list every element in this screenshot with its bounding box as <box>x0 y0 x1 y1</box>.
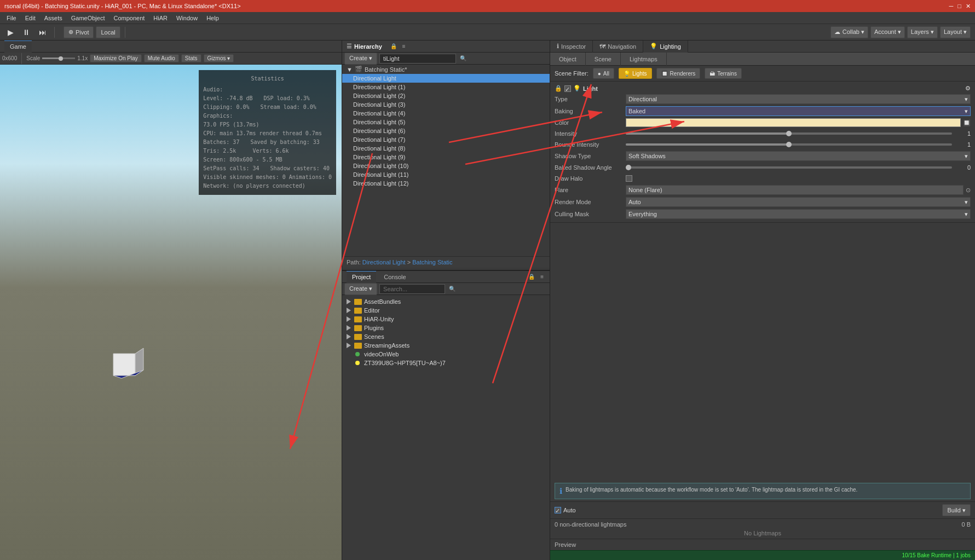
menu-window[interactable]: Window <box>172 14 202 22</box>
expand-assetbundles[interactable] <box>347 299 351 304</box>
project-tab[interactable]: Project <box>347 271 376 283</box>
hierarchy-create-btn[interactable]: Create ▾ <box>344 53 377 65</box>
menu-gameobject[interactable]: GameObject <box>67 14 109 22</box>
menu-component[interactable]: Component <box>109 14 149 22</box>
menu-file[interactable]: File <box>2 14 21 22</box>
mute-btn[interactable]: Mute Audio <box>144 54 179 62</box>
baked-angle-handle[interactable] <box>626 165 631 170</box>
expand-editor[interactable] <box>347 308 351 313</box>
project-lock-icon[interactable]: 🔒 <box>527 274 536 280</box>
step-button[interactable]: ⏭ <box>36 27 50 38</box>
scale-slider[interactable] <box>42 57 75 59</box>
folder-hiar[interactable]: HiAR-Unity <box>344 315 547 324</box>
light-enabled-checkbox[interactable]: ✓ <box>564 85 571 92</box>
close-btn[interactable]: ✕ <box>966 3 971 10</box>
expand-streaming[interactable] <box>347 343 351 348</box>
menu-hiar[interactable]: HiAR <box>149 14 172 22</box>
gizmos-btn[interactable]: Gizmos ▾ <box>204 54 234 62</box>
hierarchy-item-0[interactable]: Directional Light <box>342 74 550 83</box>
local-button[interactable]: Local <box>96 26 120 38</box>
hierarchy-root[interactable]: ▼ 🎬 Batching Static* <box>342 65 550 74</box>
expand-plugins[interactable] <box>347 325 351 331</box>
intensity-handle[interactable] <box>786 131 792 136</box>
game-tab-button[interactable]: Game <box>4 41 32 53</box>
folder-assetbundles[interactable]: AssetBundles <box>344 297 547 306</box>
project-create-btn[interactable]: Create ▾ <box>344 283 377 295</box>
folder-editor[interactable]: Editor <box>344 306 547 315</box>
shadow-dropdown[interactable]: Soft Shadows ▾ <box>626 151 971 161</box>
hierarchy-lock-icon[interactable]: 🔒 <box>389 43 399 49</box>
filter-all-btn[interactable]: ● All <box>593 68 614 79</box>
hierarchy-list[interactable]: ▼ 🎬 Batching Static* Directional Light D… <box>342 65 550 256</box>
inspector-tab[interactable]: ℹ Inspector <box>550 41 593 53</box>
maximize-play-btn[interactable]: Maximize On Play <box>90 54 142 62</box>
hierarchy-menu-icon[interactable]: ≡ <box>401 43 407 49</box>
pivot-button[interactable]: ⊕ Pivot <box>64 26 94 38</box>
hierarchy-search[interactable] <box>379 54 456 63</box>
hierarchy-item-5[interactable]: Directional Light (5) <box>342 118 550 126</box>
baked-angle-slider[interactable] <box>626 166 952 169</box>
path-item-0[interactable]: Directional Light <box>362 259 406 265</box>
maximize-btn[interactable]: □ <box>957 3 961 10</box>
hierarchy-item-1[interactable]: Directional Light (1) <box>342 83 550 91</box>
bounce-handle[interactable] <box>786 142 792 147</box>
build-btn[interactable]: Build ▾ <box>942 504 971 516</box>
project-search[interactable] <box>379 284 445 294</box>
menu-help[interactable]: Help <box>202 14 223 22</box>
folder-scenes[interactable]: Scenes <box>344 332 547 341</box>
collab-dropdown[interactable]: ☁ Collab ▾ <box>830 26 868 38</box>
expand-hiar[interactable] <box>347 316 351 322</box>
layers-dropdown[interactable]: Layers ▾ <box>907 26 938 38</box>
settings-icon[interactable]: ⚙ <box>965 85 971 92</box>
bounce-slider[interactable] <box>626 143 952 146</box>
hierarchy-item-2[interactable]: Directional Light (2) <box>342 91 550 100</box>
flare-target-icon[interactable]: ⊙ <box>966 187 971 194</box>
flare-dropdown[interactable]: None (Flare) <box>626 185 964 195</box>
baking-dropdown[interactable]: Baked ▾ <box>626 106 971 116</box>
stats-fps: 73.0 FPS (13.7ms) <box>203 120 332 129</box>
culling-dropdown[interactable]: Everything ▾ <box>626 209 971 219</box>
play-button[interactable]: ▶ <box>4 27 17 38</box>
expand-scenes[interactable] <box>347 334 351 339</box>
project-menu-icon[interactable]: ≡ <box>539 274 545 280</box>
hierarchy-item-12[interactable]: Directional Light (12) <box>342 179 550 188</box>
filter-lights-btn[interactable]: 💡 Lights <box>619 68 652 79</box>
filter-terrains-btn[interactable]: 🏔 Terrains <box>705 68 742 79</box>
lighting-tab[interactable]: 💡 Lighting <box>643 41 688 53</box>
navigation-tab[interactable]: 🗺 Navigation <box>593 41 643 53</box>
filter-renderers-btn[interactable]: 🔲 Renderers <box>656 68 701 79</box>
color-swatch[interactable] <box>626 118 961 127</box>
folder-streaming[interactable]: StreamingAssets <box>344 341 547 350</box>
color-eyedropper-icon[interactable]: 🔲 <box>963 119 971 126</box>
folder-plugins[interactable]: Plugins <box>344 324 547 332</box>
type-dropdown[interactable]: Directional ▾ <box>626 94 971 104</box>
file-zt399[interactable]: ZT399U8G~HPT95[TU~A8~)7 <box>344 359 547 367</box>
render-mode-dropdown[interactable]: Auto ▾ <box>626 197 971 207</box>
hierarchy-item-4[interactable]: Directional Light (4) <box>342 109 550 118</box>
scale-handle[interactable] <box>59 56 63 61</box>
console-tab[interactable]: Console <box>378 271 411 283</box>
auto-checkbox-area: ✓ Auto <box>555 507 576 513</box>
hierarchy-item-6[interactable]: Directional Light (6) <box>342 126 550 135</box>
minimize-btn[interactable]: ─ <box>949 3 954 10</box>
hierarchy-item-3[interactable]: Directional Light (3) <box>342 100 550 109</box>
pause-button[interactable]: ⏸ <box>19 27 33 38</box>
stats-btn[interactable]: Stats <box>181 54 201 62</box>
menu-edit[interactable]: Edit <box>21 14 40 22</box>
draw-halo-checkbox[interactable] <box>626 175 632 182</box>
hierarchy-item-8[interactable]: Directional Light (8) <box>342 144 550 153</box>
hierarchy-item-10[interactable]: Directional Light (10) <box>342 161 550 170</box>
menu-assets[interactable]: Assets <box>40 14 67 22</box>
hierarchy-item-11[interactable]: Directional Light (11) <box>342 170 550 179</box>
auto-checkbox[interactable]: ✓ <box>555 507 561 513</box>
lightmaps-subtab[interactable]: Lightmaps <box>621 53 667 66</box>
file-videoonweb[interactable]: videoOnWeb <box>344 350 547 359</box>
account-dropdown[interactable]: Account ▾ <box>870 26 905 38</box>
hierarchy-item-7[interactable]: Directional Light (7) <box>342 135 550 144</box>
layout-dropdown[interactable]: Layout ▾ <box>940 26 971 38</box>
intensity-slider[interactable] <box>626 132 952 135</box>
hierarchy-item-9[interactable]: Directional Light (9) <box>342 153 550 161</box>
path-item-1[interactable]: Batching Static <box>412 259 452 265</box>
scene-subtab[interactable]: Scene <box>586 53 621 66</box>
object-subtab[interactable]: Object <box>550 53 586 66</box>
